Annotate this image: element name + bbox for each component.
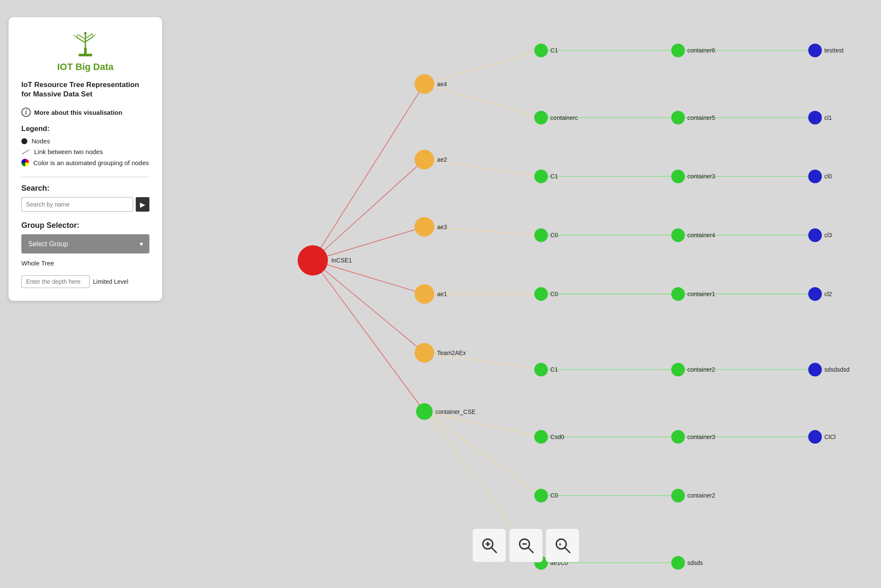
svg-text:Csd0: Csd0 [550, 434, 564, 440]
svg-text:ae2: ae2 [437, 156, 447, 163]
svg-point-47 [414, 150, 434, 169]
svg-point-51 [414, 284, 434, 304]
zoom-controls: + [472, 528, 580, 562]
info-icon: i [21, 108, 31, 117]
legend-dot-icon [21, 138, 27, 144]
svg-line-10 [92, 33, 93, 37]
logo-area: IOT Big Data [21, 30, 149, 73]
svg-line-13 [313, 160, 424, 260]
svg-text:cl1: cl1 [824, 114, 832, 121]
svg-point-11 [84, 32, 87, 35]
legend-color-icon [21, 159, 29, 166]
zoom-out-icon [517, 536, 535, 554]
svg-text:C1: C1 [550, 173, 558, 180]
svg-text:cl2: cl2 [824, 291, 832, 297]
svg-text:+: + [559, 541, 562, 547]
svg-point-65 [534, 287, 548, 301]
svg-text:cl0: cl0 [824, 173, 832, 180]
app-logo-text: IOT Big Data [57, 61, 114, 73]
svg-line-7 [73, 35, 77, 38]
svg-line-18 [424, 50, 541, 84]
svg-line-12 [313, 84, 424, 260]
svg-point-97 [808, 169, 822, 183]
legend-nodes-label: Nodes [32, 137, 50, 145]
group-select-wrapper: Select Group ▼ [21, 234, 149, 253]
group-select[interactable]: Select Group [21, 234, 149, 253]
svg-text:containerc: containerc [550, 114, 578, 121]
svg-point-59 [534, 111, 548, 125]
svg-point-91 [671, 556, 685, 570]
svg-point-85 [671, 363, 685, 376]
svg-line-16 [313, 260, 424, 353]
viz-canvas[interactable]: InCSE1ae4ae2ae3ae1Team2AExcontainer_CSEC… [171, 0, 881, 588]
svg-text:Team2AEx: Team2AEx [437, 349, 466, 356]
svg-line-19 [424, 84, 541, 118]
svg-point-89 [671, 489, 685, 503]
search-title: Search: [21, 184, 149, 193]
legend-link: Link between two nodes [21, 148, 149, 155]
svg-point-79 [671, 169, 685, 183]
svg-point-87 [671, 430, 685, 444]
sidebar: IOT Big Data IoT Resource Tree Represent… [0, 0, 171, 588]
svg-line-110 [491, 547, 496, 553]
legend-title: Legend: [21, 125, 149, 133]
svg-point-83 [671, 287, 685, 301]
svg-point-55 [416, 403, 433, 420]
svg-text:C1: C1 [550, 366, 558, 373]
svg-point-69 [534, 430, 548, 444]
svg-text:container2: container2 [687, 492, 715, 499]
legend-color-label: Color is an automated grouping of nodes [33, 159, 149, 166]
svg-rect-1 [79, 54, 92, 56]
legend-line-icon [22, 149, 29, 154]
legend-divider [21, 177, 149, 177]
svg-text:C0: C0 [550, 232, 558, 239]
zoom-in-button[interactable] [472, 528, 506, 562]
zoom-out-button[interactable] [509, 528, 543, 562]
svg-point-81 [671, 228, 685, 242]
svg-point-105 [808, 430, 822, 444]
app-subtitle: IoT Resource Tree Representation for Mas… [21, 80, 149, 99]
zoom-in-icon [480, 536, 498, 554]
svg-text:sdsdsdsd: sdsdsdsd [824, 366, 849, 373]
svg-text:C1: C1 [550, 47, 558, 54]
depth-row: Limited Level [21, 275, 149, 288]
svg-point-103 [808, 363, 822, 376]
svg-text:container3: container3 [687, 173, 715, 180]
zoom-reset-button[interactable]: + [546, 528, 580, 562]
svg-text:container2: container2 [687, 366, 715, 373]
zoom-reset-icon: + [554, 536, 572, 554]
whole-tree-link[interactable]: Whole Tree [21, 259, 149, 267]
svg-text:container3: container3 [687, 434, 715, 440]
viz-area: InCSE1ae4ae2ae3ae1Team2AExcontainer_CSEC… [171, 0, 881, 588]
svg-point-67 [534, 363, 548, 376]
svg-text:ClCl: ClCl [824, 434, 835, 440]
svg-point-101 [808, 287, 822, 301]
svg-text:ae3: ae3 [437, 224, 447, 230]
legend-link-label: Link between two nodes [34, 148, 103, 155]
svg-text:sdsds: sdsds [687, 559, 703, 566]
svg-text:container_CSE: container_CSE [435, 408, 476, 415]
svg-text:ae4: ae4 [437, 81, 447, 87]
svg-text:cl3: cl3 [824, 232, 832, 239]
svg-text:container1: container1 [687, 291, 715, 297]
group-selector-title: Group Selector: [21, 221, 149, 230]
search-button[interactable]: ▶ [136, 197, 149, 212]
svg-point-63 [534, 228, 548, 242]
svg-line-14 [313, 227, 424, 261]
svg-line-17 [313, 260, 424, 411]
sidebar-card: IOT Big Data IoT Resource Tree Represent… [9, 17, 162, 301]
search-row: ▶ [21, 197, 149, 212]
svg-point-99 [808, 228, 822, 242]
more-about-row[interactable]: i More about this visualisation [21, 108, 149, 117]
svg-point-57 [534, 44, 548, 57]
svg-point-45 [414, 74, 434, 94]
svg-point-61 [534, 169, 548, 183]
svg-text:testtest: testtest [824, 47, 843, 54]
svg-text:container4: container4 [687, 232, 715, 239]
search-input[interactable] [21, 197, 133, 212]
svg-point-71 [534, 489, 548, 503]
legend-color: Color is an automated grouping of nodes [21, 159, 149, 166]
svg-point-95 [808, 111, 822, 125]
limited-level-button[interactable]: Limited Level [93, 278, 128, 285]
depth-input[interactable] [21, 275, 90, 288]
